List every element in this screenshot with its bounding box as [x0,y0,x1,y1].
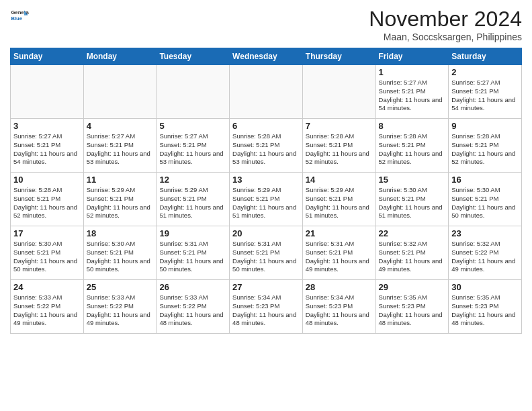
cell-info: Sunrise: 5:28 AM Sunset: 5:21 PM Dayligh… [451,132,519,167]
calendar-cell: 3Sunrise: 5:27 AM Sunset: 5:21 PM Daylig… [11,119,84,173]
day-number: 22 [379,228,446,238]
day-number: 23 [451,228,519,238]
day-number: 5 [159,121,226,131]
svg-text:Blue: Blue [11,15,22,21]
cell-info: Sunrise: 5:31 AM Sunset: 5:21 PM Dayligh… [306,240,373,274]
cell-info: Sunrise: 5:29 AM Sunset: 5:21 PM Dayligh… [87,186,154,220]
title-block: November 2024 Maan, Soccsksargen, Philip… [369,7,522,42]
logo: General Blue [10,7,29,26]
day-number: 3 [13,121,81,131]
weekday-header-saturday: Saturday [449,48,522,65]
weekday-header-friday: Friday [375,48,449,65]
calendar-cell: 29Sunrise: 5:35 AM Sunset: 5:23 PM Dayli… [375,280,449,334]
calendar-cell: 24Sunrise: 5:33 AM Sunset: 5:22 PM Dayli… [11,280,84,334]
calendar-cell: 13Sunrise: 5:29 AM Sunset: 5:21 PM Dayli… [230,173,303,226]
cell-info: Sunrise: 5:27 AM Sunset: 5:21 PM Dayligh… [159,132,226,167]
cell-info: Sunrise: 5:33 AM Sunset: 5:22 PM Dayligh… [159,293,226,328]
calendar-cell [11,65,84,119]
cell-info: Sunrise: 5:30 AM Sunset: 5:21 PM Dayligh… [379,186,446,220]
day-number: 11 [87,175,154,185]
calendar-cell: 19Sunrise: 5:31 AM Sunset: 5:21 PM Dayli… [157,226,230,280]
calendar-cell: 21Sunrise: 5:31 AM Sunset: 5:21 PM Dayli… [302,226,375,280]
weekday-header-row: SundayMondayTuesdayWednesdayThursdayFrid… [11,48,522,65]
calendar-cell: 16Sunrise: 5:30 AM Sunset: 5:21 PM Dayli… [449,173,522,226]
cell-info: Sunrise: 5:29 AM Sunset: 5:21 PM Dayligh… [232,186,300,220]
calendar-cell: 6Sunrise: 5:28 AM Sunset: 5:21 PM Daylig… [230,119,303,173]
calendar-cell: 20Sunrise: 5:31 AM Sunset: 5:21 PM Dayli… [230,226,303,280]
weekday-header-monday: Monday [83,48,157,65]
day-number: 12 [159,175,226,185]
calendar-cell: 23Sunrise: 5:32 AM Sunset: 5:22 PM Dayli… [449,226,522,280]
day-number: 14 [306,175,373,185]
calendar-cell: 5Sunrise: 5:27 AM Sunset: 5:21 PM Daylig… [157,119,230,173]
day-number: 9 [451,121,519,131]
day-number: 24 [13,282,81,292]
day-number: 29 [379,282,446,292]
day-number: 8 [379,121,446,131]
calendar-week-row: 24Sunrise: 5:33 AM Sunset: 5:22 PM Dayli… [11,280,522,334]
day-number: 4 [87,121,154,131]
calendar-cell [157,65,230,119]
calendar-week-row: 3Sunrise: 5:27 AM Sunset: 5:21 PM Daylig… [11,119,522,173]
calendar-table: SundayMondayTuesdayWednesdayThursdayFrid… [10,48,522,334]
day-number: 16 [451,175,519,185]
cell-info: Sunrise: 5:29 AM Sunset: 5:21 PM Dayligh… [159,186,226,220]
cell-info: Sunrise: 5:27 AM Sunset: 5:21 PM Dayligh… [451,79,519,113]
day-number: 13 [232,175,300,185]
cell-info: Sunrise: 5:32 AM Sunset: 5:21 PM Dayligh… [379,240,446,274]
day-number: 20 [232,228,300,238]
day-number: 27 [232,282,300,292]
cell-info: Sunrise: 5:34 AM Sunset: 5:23 PM Dayligh… [306,293,373,328]
weekday-header-sunday: Sunday [11,48,84,65]
calendar-cell: 8Sunrise: 5:28 AM Sunset: 5:21 PM Daylig… [375,119,449,173]
day-number: 7 [306,121,373,131]
cell-info: Sunrise: 5:28 AM Sunset: 5:21 PM Dayligh… [232,132,300,167]
calendar-cell: 14Sunrise: 5:29 AM Sunset: 5:21 PM Dayli… [302,173,375,226]
calendar-cell: 22Sunrise: 5:32 AM Sunset: 5:21 PM Dayli… [375,226,449,280]
calendar-cell: 27Sunrise: 5:34 AM Sunset: 5:23 PM Dayli… [230,280,303,334]
cell-info: Sunrise: 5:35 AM Sunset: 5:23 PM Dayligh… [451,293,519,328]
day-number: 18 [87,228,154,238]
day-number: 19 [159,228,226,238]
page: General Blue November 2024 Maan, Soccsks… [0,0,532,340]
day-number: 25 [87,282,154,292]
cell-info: Sunrise: 5:30 AM Sunset: 5:21 PM Dayligh… [451,186,519,220]
calendar-cell: 28Sunrise: 5:34 AM Sunset: 5:23 PM Dayli… [302,280,375,334]
day-number: 10 [13,175,81,185]
calendar-cell: 11Sunrise: 5:29 AM Sunset: 5:21 PM Dayli… [83,173,157,226]
calendar-cell: 25Sunrise: 5:33 AM Sunset: 5:22 PM Dayli… [83,280,157,334]
calendar-week-row: 1Sunrise: 5:27 AM Sunset: 5:21 PM Daylig… [11,65,522,119]
logo-icon: General Blue [10,7,29,26]
cell-info: Sunrise: 5:27 AM Sunset: 5:21 PM Dayligh… [87,132,154,167]
cell-info: Sunrise: 5:33 AM Sunset: 5:22 PM Dayligh… [13,293,81,328]
cell-info: Sunrise: 5:35 AM Sunset: 5:23 PM Dayligh… [379,293,446,328]
cell-info: Sunrise: 5:30 AM Sunset: 5:21 PM Dayligh… [87,240,154,274]
calendar-cell: 30Sunrise: 5:35 AM Sunset: 5:23 PM Dayli… [449,280,522,334]
day-number: 1 [379,67,446,77]
cell-info: Sunrise: 5:27 AM Sunset: 5:21 PM Dayligh… [13,132,81,167]
calendar-cell [302,65,375,119]
day-number: 17 [13,228,81,238]
cell-info: Sunrise: 5:28 AM Sunset: 5:21 PM Dayligh… [306,132,373,167]
cell-info: Sunrise: 5:31 AM Sunset: 5:21 PM Dayligh… [159,240,226,274]
cell-info: Sunrise: 5:28 AM Sunset: 5:21 PM Dayligh… [13,186,81,220]
calendar-week-row: 17Sunrise: 5:30 AM Sunset: 5:21 PM Dayli… [11,226,522,280]
cell-info: Sunrise: 5:34 AM Sunset: 5:23 PM Dayligh… [232,293,300,328]
calendar-cell: 7Sunrise: 5:28 AM Sunset: 5:21 PM Daylig… [302,119,375,173]
calendar-cell [230,65,303,119]
weekday-header-tuesday: Tuesday [157,48,230,65]
calendar-cell: 26Sunrise: 5:33 AM Sunset: 5:22 PM Dayli… [157,280,230,334]
day-number: 28 [306,282,373,292]
location: Maan, Soccsksargen, Philippines [369,32,522,42]
cell-info: Sunrise: 5:27 AM Sunset: 5:21 PM Dayligh… [379,79,446,113]
weekday-header-wednesday: Wednesday [230,48,303,65]
month-title: November 2024 [369,7,522,32]
calendar-cell: 10Sunrise: 5:28 AM Sunset: 5:21 PM Dayli… [11,173,84,226]
weekday-header-thursday: Thursday [302,48,375,65]
day-number: 26 [159,282,226,292]
day-number: 15 [379,175,446,185]
day-number: 2 [451,67,519,77]
day-number: 6 [232,121,300,131]
calendar-week-row: 10Sunrise: 5:28 AM Sunset: 5:21 PM Dayli… [11,173,522,226]
cell-info: Sunrise: 5:28 AM Sunset: 5:21 PM Dayligh… [379,132,446,167]
